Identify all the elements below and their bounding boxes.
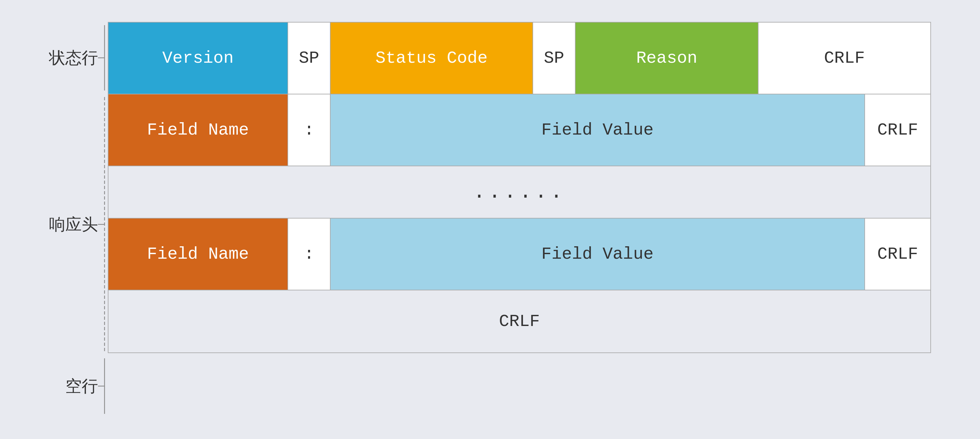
sp2-cell: SP [533,22,576,94]
field-value-cell-2: Field Value [331,218,865,290]
header-crlf-cell-2: CRLF [865,218,930,290]
blank-line-text: 空行 [65,375,98,397]
sp1-cell: SP [288,22,331,94]
status-bracket-svg [95,22,108,94]
status-line-row: Version SP Status Code SP Reason CRLF [108,22,930,94]
header-row-1: Field Name : Field Value CRLF [108,94,930,166]
status-line-text: 状态行 [49,47,98,69]
response-header-text: 响应头 [49,214,98,235]
blank-crlf-text: CRLF [499,312,540,331]
field-value-cell-1: Field Value [331,94,865,165]
response-header-label: 响应头 [49,94,108,355]
blank-line-label: 空行 [49,355,108,417]
status-code-cell: Status Code [331,22,533,94]
main-grid: Version SP Status Code SP Reason CRLF Fi… [108,22,931,353]
header-row-2: Field Name : Field Value CRLF [108,218,930,290]
blank-bracket-svg [95,355,108,417]
blank-line-row: CRLF [108,290,930,352]
dots-text: ...... [473,181,565,204]
dots-row: ...... [108,166,930,218]
header-bracket-svg [95,94,108,355]
field-name-cell-1: Field Name [108,94,288,165]
header-crlf-cell-1: CRLF [865,94,930,165]
colon-cell-1: : [288,94,331,165]
side-labels: 状态行 响应头 空行 [49,22,108,417]
colon-cell-2: : [288,218,331,290]
status-line-label: 状态行 [49,22,108,94]
version-cell: Version [108,22,288,94]
status-crlf-cell: CRLF [759,22,930,94]
field-name-cell-2: Field Name [108,218,288,290]
reason-cell: Reason [576,22,759,94]
